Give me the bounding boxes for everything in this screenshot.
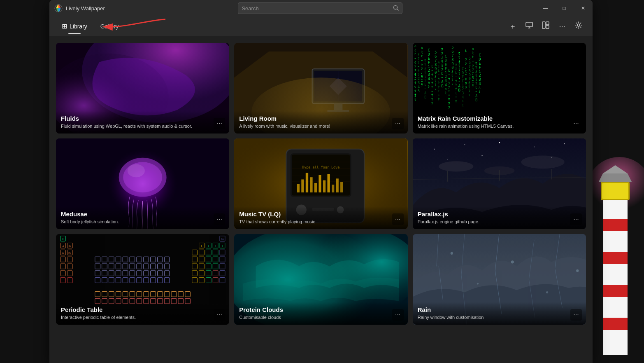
svg-text:B: B bbox=[201, 245, 202, 247]
svg-point-66 bbox=[534, 146, 535, 147]
app-title: Lively Wallpaper bbox=[66, 5, 105, 12]
svg-point-68 bbox=[447, 159, 448, 160]
main-window: Lively Wallpaper — □ ✕ ⊞ Library bbox=[49, 0, 593, 363]
arrow-annotation bbox=[91, 15, 174, 36]
svg-rect-46 bbox=[297, 184, 300, 192]
card-title-music-tv: Music TV (LQ) bbox=[239, 211, 402, 218]
close-button[interactable]: ✕ bbox=[574, 0, 593, 16]
wallpaper-card-medusae[interactable]: Medusae Soft body jellyfish simulation. … bbox=[56, 138, 229, 229]
settings-icon bbox=[574, 21, 583, 31]
add-icon: ＋ bbox=[509, 21, 516, 31]
card-title-medusae: Medusae bbox=[61, 211, 224, 218]
more-icon: ··· bbox=[559, 22, 565, 30]
minimize-button[interactable]: — bbox=[536, 0, 555, 16]
svg-rect-8 bbox=[602, 183, 628, 199]
svg-text:O: O bbox=[222, 245, 223, 247]
wallpaper-card-parallax[interactable]: Parallax.js Parallax.js engine github pa… bbox=[413, 138, 586, 229]
card-title-living-room: Living Room bbox=[239, 115, 402, 122]
app-logo bbox=[54, 4, 63, 12]
svg-rect-19 bbox=[542, 22, 545, 28]
svg-line-13 bbox=[397, 9, 399, 10]
add-wallpaper-button[interactable]: ＋ bbox=[505, 19, 520, 34]
svg-rect-55 bbox=[336, 178, 339, 192]
card-menu-fluids[interactable]: ··· bbox=[214, 118, 225, 129]
svg-rect-50 bbox=[314, 183, 317, 192]
svg-rect-15 bbox=[526, 22, 532, 27]
wallpaper-card-matrix[interactable]: ﾊﾐﾋｰｳｼﾅﾓﾆｻﾜﾂｵﾘ ﾇﾌﾋｰｳｼ2345 ﾊﾐﾋｰｳｼﾅﾓﾆｻ ﾜﾂｵ… bbox=[413, 43, 586, 133]
navbar: ⊞ Library Gallery ＋ bbox=[49, 16, 593, 36]
svg-rect-20 bbox=[546, 22, 549, 25]
svg-text:Na: Na bbox=[62, 252, 64, 254]
svg-text:Mg: Mg bbox=[69, 252, 71, 255]
svg-point-39 bbox=[128, 164, 145, 178]
card-title-rain: Rain bbox=[418, 306, 581, 313]
card-title-matrix: Matrix Rain Customizable bbox=[418, 115, 581, 122]
svg-rect-52 bbox=[323, 180, 325, 192]
svg-rect-49 bbox=[310, 177, 313, 192]
card-desc-parallax: Parallax.js engine github page. bbox=[418, 219, 557, 225]
svg-point-69 bbox=[481, 155, 482, 156]
monitor-button[interactable] bbox=[522, 19, 537, 34]
maximize-button[interactable]: □ bbox=[555, 0, 574, 16]
card-menu-music-tv[interactable]: ··· bbox=[392, 213, 404, 225]
card-title-parallax: Parallax.js bbox=[418, 211, 581, 218]
card-desc-matrix: Matrix like rain animation using HTML5 C… bbox=[418, 123, 557, 129]
card-menu-rain[interactable]: ··· bbox=[570, 309, 582, 321]
card-menu-parallax[interactable]: ··· bbox=[570, 213, 582, 225]
svg-rect-48 bbox=[306, 173, 308, 192]
card-title-fluids: Fluids bbox=[61, 115, 224, 122]
wallpaper-card-living-room[interactable]: Living Room A lively room with music, vi… bbox=[234, 43, 407, 133]
card-overlay-rain: Rain Rainy window with customisation bbox=[413, 302, 586, 325]
search-area bbox=[105, 2, 536, 14]
svg-point-64 bbox=[464, 144, 465, 145]
svg-point-63 bbox=[434, 149, 435, 150]
more-options-button[interactable]: ··· bbox=[555, 19, 570, 34]
svg-point-72 bbox=[521, 156, 564, 169]
svg-rect-47 bbox=[302, 179, 304, 192]
svg-text:H: H bbox=[62, 238, 63, 240]
titlebar: Lively Wallpaper — □ ✕ bbox=[49, 0, 593, 16]
card-overlay-periodic: Periodic Table Interactive periodic tabl… bbox=[56, 302, 229, 325]
card-desc-medusae: Soft body jellyfish simulation. bbox=[61, 219, 200, 225]
tab-library[interactable]: ⊞ Library bbox=[56, 19, 93, 33]
card-desc-living-room: A lively room with music, visualizer and… bbox=[239, 123, 378, 129]
library-icon: ⊞ bbox=[62, 22, 67, 30]
card-menu-living-room[interactable]: ··· bbox=[392, 118, 404, 129]
card-title-periodic: Periodic Table bbox=[61, 306, 224, 313]
layout-icon bbox=[542, 21, 550, 31]
nav-actions: ＋ bbox=[505, 19, 586, 34]
card-overlay-parallax: Parallax.js Parallax.js engine github pa… bbox=[413, 206, 586, 229]
wallpaper-card-protein-clouds[interactable]: Protein Clouds Customisable clouds ··· bbox=[234, 234, 407, 325]
search-icon bbox=[393, 5, 399, 12]
wallpaper-card-fluids[interactable]: Fluids Fluid simulation using WebGL, rea… bbox=[56, 43, 229, 133]
search-input[interactable] bbox=[242, 5, 393, 12]
svg-point-22 bbox=[577, 24, 580, 26]
svg-text:Hype all Your Love: Hype all Your Love bbox=[302, 165, 339, 169]
wallpaper-card-rain[interactable]: Rain Rainy window with customisation ··· bbox=[413, 234, 586, 325]
svg-text:Be: Be bbox=[69, 245, 71, 247]
wallpaper-card-music-tv[interactable]: Hype all Your Love Music TV (LQ) TV that… bbox=[234, 138, 407, 229]
search-box[interactable] bbox=[238, 2, 402, 14]
layout-button[interactable] bbox=[538, 19, 553, 34]
card-menu-matrix[interactable]: ··· bbox=[570, 118, 582, 129]
svg-text:He: He bbox=[221, 238, 223, 240]
wallpaper-card-periodic[interactable]: H He Li Be B C N bbox=[56, 234, 229, 325]
svg-text:C: C bbox=[208, 245, 209, 247]
settings-button[interactable] bbox=[571, 19, 586, 34]
card-menu-medusae[interactable]: ··· bbox=[214, 213, 225, 225]
card-title-protein: Protein Clouds bbox=[239, 306, 402, 313]
svg-rect-4 bbox=[603, 264, 628, 285]
svg-text:Li: Li bbox=[62, 245, 64, 247]
svg-rect-3 bbox=[603, 231, 628, 252]
svg-text:N: N bbox=[215, 245, 216, 247]
svg-rect-21 bbox=[546, 26, 549, 28]
card-menu-periodic[interactable]: ··· bbox=[214, 309, 225, 321]
card-desc-rain: Rainy window with customisation bbox=[418, 314, 557, 321]
card-menu-protein[interactable]: ··· bbox=[392, 309, 404, 321]
svg-rect-53 bbox=[328, 174, 330, 192]
card-overlay-living-room: Living Room A lively room with music, vi… bbox=[234, 111, 407, 133]
card-overlay-music-tv: Music TV (LQ) TV that shows currently pl… bbox=[234, 206, 407, 229]
card-desc-protein: Customisable clouds bbox=[239, 314, 378, 321]
svg-point-67 bbox=[564, 143, 565, 144]
card-overlay-fluids: Fluids Fluid simulation using WebGL, rea… bbox=[56, 111, 229, 133]
